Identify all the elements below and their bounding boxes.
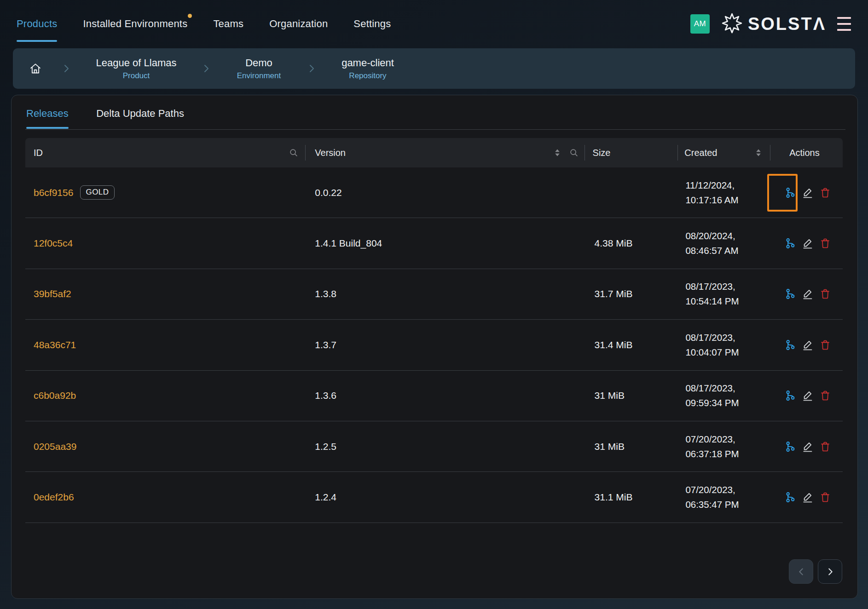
- created-cell: 07/20/2023,06:35:47 PM: [677, 472, 770, 522]
- sort-arrows-icon[interactable]: [754, 148, 763, 157]
- id-cell: c6b0a92b: [25, 371, 305, 421]
- id-cell: 0205aa39: [25, 421, 305, 471]
- column-header-actions: Actions: [770, 138, 843, 167]
- release-id-link[interactable]: b6cf9156: [34, 187, 73, 198]
- git-branch-icon[interactable]: [784, 237, 796, 250]
- actions-cell: [770, 167, 843, 218]
- column-header-version[interactable]: Version: [305, 138, 584, 167]
- edit-pencil-icon[interactable]: [802, 186, 814, 199]
- size-cell: 31 MiB: [584, 371, 678, 421]
- table-row: 0edef2b61.2.431.1 MiB07/20/2023,06:35:47…: [25, 472, 843, 523]
- size-cell: 31.1 MiB: [584, 472, 678, 522]
- version-cell: 1.3.7: [305, 320, 584, 370]
- created-time: 10:04:07 PM: [685, 345, 739, 360]
- home-icon[interactable]: [29, 62, 42, 75]
- pagination-next-button[interactable]: [818, 559, 842, 584]
- id-cell: b6cf9156GOLD: [25, 167, 305, 218]
- trash-icon[interactable]: [819, 339, 831, 351]
- column-header-id[interactable]: ID: [25, 138, 305, 167]
- edit-pencil-icon[interactable]: [802, 491, 814, 504]
- nav-item-installed-environments[interactable]: Installed Environments: [83, 18, 187, 30]
- column-label: Size: [593, 148, 611, 158]
- tab-delta-update-paths[interactable]: Delta Update Paths: [96, 108, 184, 128]
- release-id-link[interactable]: 48a36c71: [34, 339, 76, 350]
- release-id-link[interactable]: 0205aa39: [34, 441, 76, 452]
- actions-cell: [770, 472, 843, 522]
- release-id-link[interactable]: 0edef2b6: [34, 492, 74, 503]
- version-cell: 1.4.1 Build_804: [305, 218, 584, 268]
- created-cell: 11/12/2024,10:17:16 AM: [677, 167, 770, 218]
- created-cell: 08/17/2023,10:04:07 PM: [677, 320, 770, 370]
- trash-icon[interactable]: [819, 287, 831, 300]
- search-icon[interactable]: [569, 148, 579, 158]
- breadcrumb-repository[interactable]: game-client Repository: [336, 57, 400, 80]
- table-row: 12f0c5c41.4.1 Build_8044.38 MiB08/20/202…: [25, 218, 843, 269]
- created-date: 08/17/2023,: [685, 330, 735, 345]
- created-time: 06:35:47 PM: [685, 497, 739, 512]
- git-branch-icon[interactable]: [784, 389, 796, 402]
- edit-pencil-icon[interactable]: [802, 339, 814, 351]
- nav-item-organization[interactable]: Organization: [269, 18, 328, 30]
- created-date: 07/20/2023,: [685, 483, 735, 497]
- git-branch-icon[interactable]: [784, 186, 796, 199]
- git-branch-icon[interactable]: [784, 287, 796, 300]
- sort-arrows-icon[interactable]: [553, 148, 562, 157]
- id-cell: 12f0c5c4: [25, 218, 305, 268]
- created-time: 09:59:34 PM: [685, 396, 739, 410]
- table-row: b6cf9156GOLD0.0.2211/12/2024,10:17:16 AM: [25, 167, 843, 218]
- created-cell: 07/20/2023,06:37:18 PM: [677, 421, 770, 471]
- logo-wordmark: SOLSTΛ: [748, 14, 826, 34]
- nav-item-products[interactable]: Products: [17, 18, 57, 30]
- created-time: 06:37:18 PM: [685, 447, 739, 461]
- trash-icon[interactable]: [819, 491, 831, 504]
- tab-releases[interactable]: Releases: [26, 108, 69, 128]
- hamburger-menu-icon[interactable]: [837, 15, 851, 33]
- size-cell: [584, 167, 678, 218]
- version-cell: 1.2.4: [305, 472, 584, 522]
- breadcrumb-environment[interactable]: Demo Environment: [230, 57, 288, 80]
- table-body: b6cf9156GOLD0.0.2211/12/2024,10:17:16 AM…: [25, 167, 843, 523]
- table-row: 48a36c711.3.731.4 MiB08/17/2023,10:04:07…: [25, 320, 843, 370]
- actions-cell: [770, 320, 843, 370]
- version-cell: 1.2.5: [305, 421, 584, 471]
- git-branch-icon[interactable]: [784, 491, 796, 504]
- search-icon[interactable]: [289, 148, 299, 158]
- git-branch-icon[interactable]: [784, 339, 796, 351]
- trash-icon[interactable]: [819, 237, 831, 250]
- edit-pencil-icon[interactable]: [802, 237, 814, 250]
- edit-pencil-icon[interactable]: [802, 287, 814, 300]
- main-panel: Releases Delta Update Paths ID Version: [11, 95, 858, 599]
- edit-pencil-icon[interactable]: [802, 440, 814, 453]
- release-id-link[interactable]: 12f0c5c4: [34, 238, 73, 249]
- column-header-size[interactable]: Size: [584, 138, 678, 167]
- edit-pencil-icon[interactable]: [802, 389, 814, 402]
- version-cell: 1.3.8: [305, 269, 584, 319]
- id-cell: 0edef2b6: [25, 472, 305, 522]
- trash-icon[interactable]: [819, 389, 831, 402]
- tab-bar: Releases Delta Update Paths: [12, 95, 857, 130]
- created-time: 10:54:14 PM: [685, 294, 739, 309]
- git-branch-icon[interactable]: [784, 440, 796, 453]
- chevron-right-icon: [306, 63, 317, 74]
- id-cell: 48a36c71: [25, 320, 305, 370]
- breadcrumb-product[interactable]: League of Llamas Product: [90, 57, 182, 80]
- release-id-link[interactable]: 39bf5af2: [34, 288, 71, 299]
- trash-icon[interactable]: [819, 186, 831, 199]
- table-row: 39bf5af21.3.831.7 MiB08/17/2023,10:54:14…: [25, 269, 843, 320]
- column-header-created[interactable]: Created: [677, 138, 770, 167]
- breadcrumb: League of Llamas Product Demo Environmen…: [13, 48, 855, 89]
- column-label: Created: [684, 148, 717, 158]
- nav-item-teams[interactable]: Teams: [213, 18, 243, 30]
- table-row: 0205aa391.2.531 MiB07/20/2023,06:37:18 P…: [25, 421, 843, 472]
- nav-item-settings[interactable]: Settings: [353, 18, 391, 30]
- release-id-link[interactable]: c6b0a92b: [34, 390, 76, 401]
- chevron-right-icon: [61, 63, 72, 74]
- table-header: ID Version: [25, 138, 843, 167]
- size-cell: 31 MiB: [584, 421, 678, 471]
- nav-items: Products Installed Environments Teams Or…: [17, 18, 391, 30]
- nav-item-label: Installed Environments: [83, 18, 187, 29]
- avatar[interactable]: AM: [690, 14, 710, 34]
- trash-icon[interactable]: [819, 440, 831, 453]
- created-cell: 08/17/2023,10:54:14 PM: [677, 269, 770, 319]
- pagination-prev-button[interactable]: [789, 559, 813, 584]
